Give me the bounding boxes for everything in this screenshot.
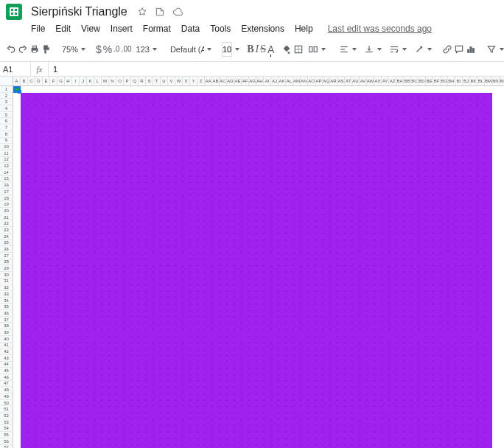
column-header[interactable]: Y (190, 77, 197, 85)
star-icon[interactable] (136, 6, 148, 18)
fill-color-button[interactable] (281, 41, 292, 58)
row-header[interactable]: 6 (0, 118, 13, 125)
row-header[interactable]: 10 (0, 144, 13, 150)
column-header[interactable]: A (13, 77, 21, 85)
row-header[interactable]: 8 (0, 131, 13, 138)
menu-file[interactable]: File (27, 22, 49, 35)
menu-tools[interactable]: Tools (206, 22, 235, 35)
sheets-logo[interactable] (6, 4, 22, 20)
column-header[interactable]: G (57, 77, 65, 85)
row-header[interactable]: 2 (0, 93, 13, 99)
column-header[interactable]: AI (264, 77, 271, 85)
row-header[interactable]: 19 (0, 201, 13, 208)
row-header[interactable]: 27 (0, 253, 13, 259)
column-header[interactable]: BA (396, 77, 404, 85)
column-headers[interactable]: ABCDEFGHIJKLMNOPQRSTUVWXYZAAABACADAEAFAG… (13, 77, 504, 86)
row-header[interactable]: 39 (0, 329, 13, 336)
text-rotation-dropdown[interactable] (411, 41, 435, 58)
select-all-corner[interactable] (0, 77, 13, 86)
active-cell-cursor[interactable] (13, 86, 21, 93)
redo-button[interactable] (18, 41, 28, 58)
column-header[interactable]: BH (448, 77, 455, 85)
column-header[interactable]: BL (477, 77, 485, 85)
column-header[interactable]: AN (301, 77, 308, 85)
move-icon[interactable] (154, 6, 166, 18)
insert-link-button[interactable] (442, 41, 452, 58)
column-header[interactable]: R (139, 77, 146, 85)
column-header[interactable]: J (80, 77, 87, 85)
cells-area[interactable] (13, 86, 504, 448)
font-family-dropdown[interactable]: Default (Ari... (167, 41, 214, 58)
column-header[interactable]: BB (404, 77, 411, 85)
row-header[interactable]: 33 (0, 291, 13, 298)
column-header[interactable]: AY (382, 77, 389, 85)
row-header[interactable]: 47 (0, 381, 13, 388)
menu-data[interactable]: Data (177, 22, 204, 35)
doc-title[interactable]: Sierpiński Triangle (28, 4, 130, 19)
column-header[interactable]: AL (286, 77, 293, 85)
column-header[interactable]: BF (433, 77, 441, 85)
row-header[interactable]: 41 (0, 343, 13, 349)
row-header[interactable]: 52 (0, 413, 13, 419)
column-header[interactable]: W (175, 77, 183, 85)
row-header[interactable]: 49 (0, 393, 13, 400)
column-header[interactable]: AB (212, 77, 220, 85)
row-header[interactable]: 5 (0, 112, 13, 119)
column-header[interactable]: AJ (271, 77, 279, 85)
row-header[interactable]: 46 (0, 374, 13, 381)
row-header[interactable]: 16 (0, 182, 13, 189)
row-header[interactable]: 51 (0, 406, 13, 413)
column-header[interactable]: BI (455, 77, 463, 85)
row-header[interactable]: 43 (0, 355, 13, 362)
row-header[interactable]: 57 (0, 445, 13, 449)
column-header[interactable]: BJ (463, 77, 470, 85)
italic-button[interactable]: I (255, 41, 259, 58)
column-header[interactable]: B (21, 77, 28, 85)
column-header[interactable]: AS (337, 77, 345, 85)
column-header[interactable]: L (94, 77, 102, 85)
horizontal-align-dropdown[interactable] (336, 41, 360, 58)
column-header[interactable]: BD (419, 77, 426, 85)
row-header[interactable]: 38 (0, 323, 13, 329)
column-header[interactable]: T (153, 77, 161, 85)
row-header[interactable]: 12 (0, 157, 13, 164)
column-header[interactable]: Q (131, 77, 139, 85)
column-header[interactable]: AW (367, 77, 374, 85)
column-header[interactable]: V (168, 77, 175, 85)
column-header[interactable]: AM (293, 77, 301, 85)
currency-button[interactable]: $ (96, 41, 102, 58)
column-header[interactable]: AA (205, 77, 212, 85)
column-header[interactable]: H (65, 77, 72, 85)
column-header[interactable]: I (72, 77, 80, 85)
row-header[interactable]: 50 (0, 400, 13, 407)
row-header[interactable]: 31 (0, 279, 13, 285)
row-header[interactable]: 18 (0, 195, 13, 202)
insert-chart-button[interactable] (466, 41, 476, 58)
spreadsheet-grid[interactable]: ABCDEFGHIJKLMNOPQRSTUVWXYZAAABACADAEAFAG… (0, 77, 504, 448)
column-header[interactable]: BO (500, 77, 504, 85)
row-header[interactable]: 13 (0, 163, 13, 169)
row-header[interactable]: 56 (0, 438, 13, 445)
row-header[interactable]: 45 (0, 368, 13, 374)
menu-view[interactable]: View (77, 22, 105, 35)
column-header[interactable]: C (28, 77, 35, 85)
column-header[interactable]: BM (485, 77, 492, 85)
text-color-button[interactable]: A (267, 41, 274, 58)
column-header[interactable]: AQ (323, 77, 330, 85)
column-header[interactable]: AC (220, 77, 227, 85)
column-header[interactable]: U (161, 77, 168, 85)
row-header[interactable]: 37 (0, 317, 13, 323)
column-header[interactable]: BN (492, 77, 500, 85)
menu-insert[interactable]: Insert (106, 22, 137, 35)
column-header[interactable]: AG (249, 77, 256, 85)
column-header[interactable]: AZ (389, 77, 396, 85)
row-header[interactable]: 35 (0, 304, 13, 310)
row-header[interactable]: 36 (0, 310, 13, 317)
column-header[interactable]: BC (411, 77, 419, 85)
column-header[interactable]: AK (279, 77, 286, 85)
row-header[interactable]: 23 (0, 227, 13, 234)
row-header[interactable]: 44 (0, 362, 13, 368)
column-header[interactable]: AX (374, 77, 382, 85)
row-header[interactable]: 4 (0, 105, 13, 112)
column-header[interactable]: N (109, 77, 116, 85)
